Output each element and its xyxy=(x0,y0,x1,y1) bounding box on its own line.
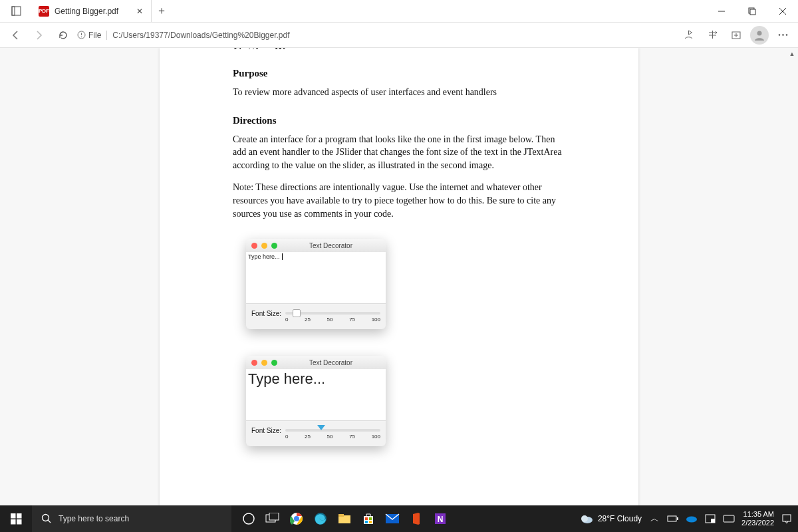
svg-point-13 xyxy=(757,31,762,35)
tab-title: Getting Bigger.pdf xyxy=(55,7,130,16)
taskbar-search[interactable]: Type here to search xyxy=(32,505,231,532)
font-size-label-1: Font Size: xyxy=(251,308,281,317)
window-controls xyxy=(706,0,798,23)
chevron-up-icon[interactable]: ︿ xyxy=(648,513,660,525)
heading-directions: Directions xyxy=(233,115,565,126)
favorites-icon[interactable] xyxy=(702,25,722,45)
profile-avatar[interactable] xyxy=(750,26,769,45)
heading-purpose: Purpose xyxy=(233,68,565,79)
search-icon xyxy=(41,513,52,524)
traffic-light-close-icon xyxy=(251,360,257,366)
svg-point-23 xyxy=(243,513,254,524)
svg-rect-1 xyxy=(12,7,15,15)
maximize-button[interactable] xyxy=(737,0,767,23)
mock-title-1: Text Decorator xyxy=(309,242,352,249)
traffic-light-close-icon xyxy=(251,243,257,249)
weather-text: 28°F Cloudy xyxy=(598,514,642,523)
svg-point-40 xyxy=(581,515,588,522)
mock-title-2: Text Decorator xyxy=(309,359,352,366)
svg-text:N: N xyxy=(438,515,444,524)
chrome-icon[interactable] xyxy=(286,508,307,529)
svg-rect-45 xyxy=(711,519,715,523)
close-tab-icon[interactable]: ✕ xyxy=(135,7,144,16)
svg-point-14 xyxy=(778,34,780,36)
time-text: 11:35 AM xyxy=(741,510,774,519)
start-button[interactable] xyxy=(0,505,32,532)
screenshot-icon[interactable] xyxy=(704,513,716,525)
battery-icon[interactable] xyxy=(667,513,679,525)
cortana-icon[interactable] xyxy=(238,508,259,529)
onenote-icon[interactable]: N xyxy=(430,508,451,529)
svg-point-27 xyxy=(294,516,299,521)
minimize-button[interactable] xyxy=(706,0,737,23)
traffic-light-min-icon xyxy=(261,360,267,366)
collections-icon[interactable] xyxy=(726,25,746,45)
weather-widget[interactable]: 28°F Cloudy xyxy=(581,513,642,524)
svg-rect-19 xyxy=(11,519,16,525)
font-size-label-2: Font Size: xyxy=(251,425,281,434)
slider-thumb-2 xyxy=(317,425,325,430)
scroll-up-icon[interactable]: ▲ xyxy=(787,49,797,59)
svg-rect-0 xyxy=(12,7,21,15)
mock-titlebar-1: Text Decorator xyxy=(246,239,386,252)
address-bar[interactable]: File C:/Users/19377/Downloads/Getting%20… xyxy=(77,31,290,40)
svg-rect-20 xyxy=(17,519,22,525)
url-scheme-label: File xyxy=(88,31,101,40)
svg-point-16 xyxy=(785,34,787,36)
paragraph-purpose: To review more advanced aspects of user … xyxy=(233,86,565,99)
task-icons: N xyxy=(238,508,451,529)
refresh-button[interactable] xyxy=(53,25,73,45)
svg-rect-18 xyxy=(17,513,22,519)
notifications-icon[interactable] xyxy=(781,513,793,525)
svg-rect-25 xyxy=(269,513,279,520)
browser-toolbar: File C:/Users/19377/Downloads/Getting%20… xyxy=(0,23,798,48)
clock[interactable]: 11:35 AM 2/23/2022 xyxy=(741,510,774,527)
svg-rect-33 xyxy=(369,517,372,520)
svg-rect-32 xyxy=(365,517,368,520)
mock-textarea-2: Type here... xyxy=(246,369,386,421)
svg-rect-42 xyxy=(677,517,678,520)
file-explorer-icon[interactable] xyxy=(334,508,355,529)
close-window-button[interactable] xyxy=(767,0,798,23)
font-size-slider-1: 0 25 50 75 100 xyxy=(285,308,380,323)
svg-rect-34 xyxy=(365,521,368,523)
font-size-slider-2: 0 25 50 75 100 xyxy=(285,425,380,440)
mock-window-small: Text Decorator Type here... Font Size: 0… xyxy=(246,239,386,329)
forward-button[interactable] xyxy=(29,25,49,45)
browser-tab[interactable]: PDF Getting Bigger.pdf ✕ xyxy=(32,0,152,22)
mock-textarea-1: Type here... xyxy=(246,252,386,304)
svg-rect-46 xyxy=(724,515,734,522)
slider-thumb-1 xyxy=(293,309,301,317)
keyboard-icon[interactable] xyxy=(723,513,735,525)
svg-rect-30 xyxy=(338,514,344,517)
pdf-viewport[interactable]: ▲ Getting Bigger Purpose To review more … xyxy=(0,48,798,505)
svg-point-43 xyxy=(686,517,697,523)
svg-rect-17 xyxy=(11,513,16,519)
mail-icon[interactable] xyxy=(382,508,403,529)
svg-rect-35 xyxy=(369,521,372,523)
office-icon[interactable] xyxy=(406,508,427,529)
new-tab-button[interactable]: ＋ xyxy=(152,4,172,18)
paragraph-directions-1: Create an interface for a program that l… xyxy=(233,133,565,172)
url-text: C:/Users/19377/Downloads/Getting%20Bigge… xyxy=(112,31,289,40)
svg-point-9 xyxy=(81,37,82,38)
tab-actions-icon[interactable] xyxy=(0,6,32,16)
mock-window-large: Text Decorator Type here... Font Size: 0… xyxy=(246,356,386,446)
date-text: 2/23/2022 xyxy=(741,519,774,527)
read-aloud-icon[interactable] xyxy=(678,25,698,45)
store-icon[interactable] xyxy=(358,508,379,529)
paragraph-directions-2: Note: These directions are intentionally… xyxy=(233,181,565,220)
task-view-icon[interactable] xyxy=(262,508,283,529)
svg-line-22 xyxy=(48,520,51,523)
pdf-icon: PDF xyxy=(39,6,49,17)
more-menu-icon[interactable] xyxy=(773,25,793,45)
svg-rect-47 xyxy=(783,515,791,521)
svg-point-15 xyxy=(782,34,784,36)
onedrive-icon[interactable] xyxy=(686,513,698,525)
titlebar: PDF Getting Bigger.pdf ✕ ＋ xyxy=(0,0,798,23)
doc-title: Getting Bigger xyxy=(233,48,565,49)
back-button[interactable] xyxy=(5,25,25,45)
search-placeholder: Type here to search xyxy=(59,514,129,523)
pdf-page: Getting Bigger Purpose To review more ad… xyxy=(160,48,638,505)
edge-icon[interactable] xyxy=(310,508,331,529)
